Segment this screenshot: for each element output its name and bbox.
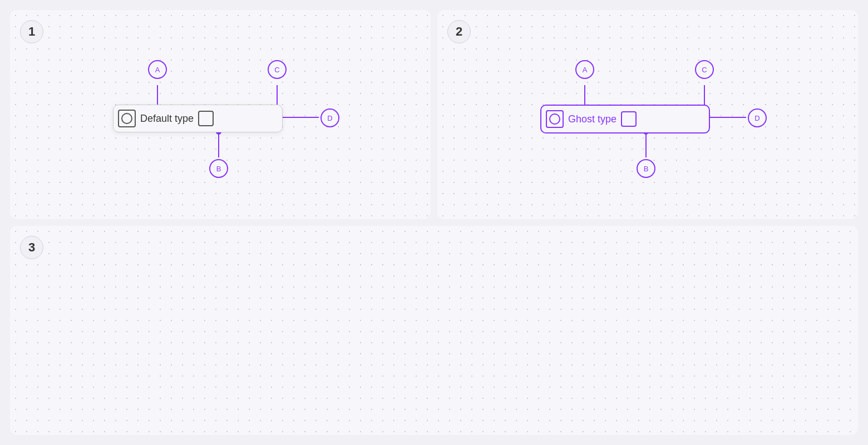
node-box-2[interactable]: Ghost type xyxy=(540,105,710,134)
panel-2: 2 A C B D Ghost type xyxy=(437,10,858,219)
panel-number-3: 3 xyxy=(20,236,43,259)
port-d-2[interactable]: D xyxy=(748,108,767,127)
panel-3-connections xyxy=(10,226,858,435)
node-label-1: Default type xyxy=(140,113,194,125)
panel-3: 3 A C B Bare type xyxy=(10,226,858,435)
port-c-1[interactable]: C xyxy=(268,60,287,79)
node-left-icon-2 xyxy=(546,110,564,128)
node-right-port-1 xyxy=(198,111,214,126)
port-c-2[interactable]: C xyxy=(695,60,714,79)
panel-1: 1 A C B D Default type xyxy=(10,10,431,219)
port-d-1[interactable]: D xyxy=(320,108,339,127)
port-b-2[interactable]: B xyxy=(637,159,655,178)
panel-number-2: 2 xyxy=(447,20,471,43)
node-label-2: Ghost type xyxy=(568,113,617,125)
node-icon-inner-1 xyxy=(121,113,132,124)
node-right-port-2 xyxy=(621,111,637,127)
port-b-1[interactable]: B xyxy=(209,159,228,178)
panel-number-1: 1 xyxy=(20,20,43,43)
node-icon-inner-2 xyxy=(549,113,560,125)
port-a-1[interactable]: A xyxy=(148,60,167,79)
node-box-1[interactable]: Default type xyxy=(113,105,283,132)
node-left-icon-1 xyxy=(118,110,136,127)
port-a-2[interactable]: A xyxy=(575,60,594,79)
